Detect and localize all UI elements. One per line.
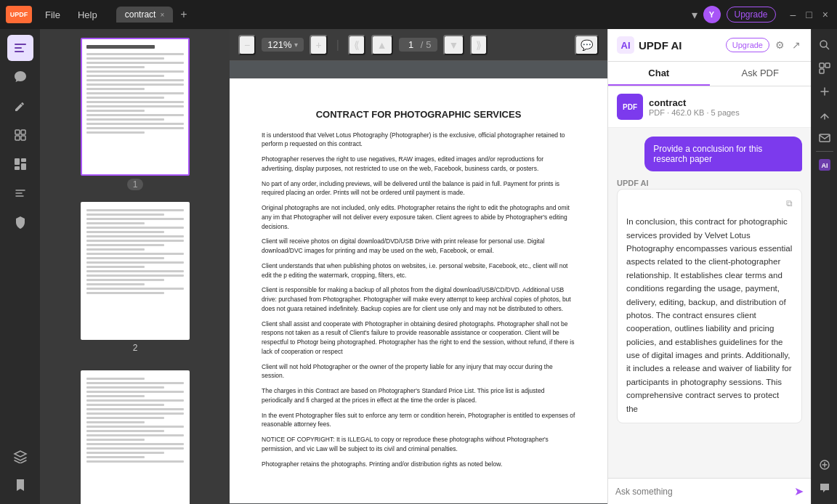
sr-comment-panel-icon[interactable] — [814, 478, 835, 498]
sidebar-edit-icon[interactable] — [7, 35, 33, 61]
ai-title-text: UPDF AI — [639, 39, 682, 52]
sidebar-comment-icon[interactable] — [7, 64, 33, 90]
sr-import-icon[interactable] — [814, 81, 835, 102]
sidebar-protect-icon[interactable] — [7, 209, 33, 235]
window-controls: – □ × — [788, 9, 831, 20]
page-total: 5 — [426, 39, 431, 50]
sidebar-bookmark-icon[interactable] — [7, 472, 33, 498]
sr-ocr-icon[interactable] — [814, 58, 835, 78]
tab-bar: contract × + — [116, 7, 686, 23]
thumb-num-1: 1 — [127, 179, 144, 190]
ai-input-field[interactable] — [615, 487, 790, 497]
sidebar-organize-icon[interactable] — [7, 151, 33, 177]
sidebar-form-icon[interactable] — [7, 122, 33, 148]
close-btn[interactable]: × — [820, 9, 831, 20]
thumbnail-panel: 1 — [41, 29, 230, 504]
maximize-btn[interactable]: □ — [803, 9, 814, 20]
svg-rect-2 — [15, 51, 24, 52]
thumbnail-2[interactable]: 2 — [41, 193, 230, 362]
svg-rect-4 — [21, 130, 25, 134]
ai-panel-title: AI UPDF AI — [617, 36, 682, 54]
page-nav: / 5 — [399, 38, 437, 52]
ai-upgrade-btn[interactable]: Upgrade — [726, 38, 769, 52]
svg-rect-0 — [15, 44, 26, 45]
svg-rect-17 — [820, 69, 824, 73]
thumb-label-2: 2 — [133, 343, 138, 353]
thumbnail-3[interactable]: 3 — [41, 362, 230, 504]
doc-para-8: Client will not hold Photographer or the… — [262, 362, 575, 381]
sr-export-icon[interactable] — [814, 105, 835, 125]
zoom-in-btn[interactable]: + — [310, 35, 327, 55]
doc-toolbar: − 121% ▾ + | ⟪ ▲ / 5 ▼ ⟫ 💬 — [230, 29, 607, 61]
tab-contract[interactable]: contract × — [116, 7, 174, 23]
sr-plugin-icon[interactable] — [814, 455, 835, 475]
doc-para-4: Client will receive photos on digital do… — [262, 237, 575, 256]
ai-panel-header: AI UPDF AI Upgrade ⚙ ↗ — [608, 29, 811, 62]
doc-page: CONTRACT FOR PHOTOGRAPHIC SERVICES It is… — [230, 78, 607, 503]
tab-close-btn[interactable]: × — [160, 11, 164, 19]
thumb-img-3 — [81, 370, 190, 504]
thumb-img-1 — [81, 38, 190, 176]
ai-response-label: UPDF AI — [617, 179, 802, 187]
ai-tabs: Chat Ask PDF — [608, 62, 811, 86]
doc-para-6: Client is responsible for making a backu… — [262, 285, 575, 313]
avatar[interactable]: Y — [703, 6, 721, 23]
ai-panel-actions: Upgrade ⚙ ↗ — [726, 38, 802, 52]
svg-rect-18 — [820, 134, 830, 142]
user-message-bubble: Provide a conclusion for this research p… — [644, 137, 802, 171]
titlebar-dropdown[interactable]: ▾ — [692, 8, 698, 22]
tab-label: contract — [125, 9, 156, 20]
ai-response-header: ⧉ — [626, 197, 793, 211]
thumb-img-2 — [81, 202, 190, 340]
svg-rect-9 — [15, 166, 20, 170]
sr-ai-icon[interactable]: AI — [814, 155, 835, 175]
doc-para-11: NOTICE OF COPYRIGHT: It is ILLEGAL to co… — [262, 435, 575, 454]
ai-doc-info: PDF contract PDF · 462.0 KB · 5 pages — [608, 86, 811, 128]
doc-content: CONTRACT FOR PHOTOGRAPHIC SERVICES It is… — [230, 61, 607, 504]
main-area: 1 — [0, 29, 837, 504]
ai-logo-icon: AI — [617, 36, 634, 54]
svg-rect-16 — [825, 63, 830, 68]
zoom-out-btn[interactable]: − — [238, 35, 256, 55]
doc-title: CONTRACT FOR PHOTOGRAPHIC SERVICES — [262, 107, 575, 122]
ai-doc-name: contract — [649, 97, 740, 108]
comment-btn[interactable]: 💬 — [575, 35, 599, 55]
titlebar: UPDF File Help contract × + ▾ Y Upgrade … — [0, 0, 837, 29]
svg-rect-8 — [21, 158, 26, 162]
svg-rect-6 — [21, 136, 25, 140]
minimize-btn[interactable]: – — [788, 9, 799, 20]
titlebar-right: ▾ Y Upgrade – □ × — [692, 6, 831, 23]
page-last-btn[interactable]: ⟫ — [470, 35, 488, 55]
page-first-btn[interactable]: ⟪ — [348, 35, 365, 55]
sidebar-layers-icon[interactable] — [7, 443, 33, 469]
ai-response-text: ⧉ In conclusion, this contract for photo… — [617, 189, 802, 423]
ai-settings-btn[interactable]: ⚙ — [774, 38, 786, 52]
ai-tab-askpdf[interactable]: Ask PDF — [710, 62, 812, 86]
sidebar-convert-icon[interactable] — [7, 180, 33, 206]
copy-btn[interactable]: ⧉ — [786, 197, 793, 211]
ai-doc-icon: PDF — [617, 94, 643, 120]
ai-response-content: In conclusion, this contract for photogr… — [626, 217, 792, 412]
upgrade-button[interactable]: Upgrade — [727, 7, 776, 23]
sr-search-icon[interactable] — [814, 35, 835, 55]
doc-para-1: Photographer reserves the right to use n… — [262, 155, 575, 174]
ai-tab-chat[interactable]: Chat — [608, 62, 710, 86]
zoom-value: 121% — [267, 39, 291, 50]
sr-email-icon[interactable] — [814, 128, 835, 148]
page-prev-btn[interactable]: ▲ — [371, 35, 393, 55]
doc-para-10: In the event Photographer files suit to … — [262, 411, 575, 430]
sidebar-annotate-icon[interactable] — [7, 93, 33, 119]
menu-file[interactable]: File — [38, 7, 68, 23]
zoom-control[interactable]: 121% ▾ — [262, 38, 304, 52]
ai-send-btn[interactable]: ➤ — [794, 484, 804, 498]
doc-para-3: Original photographs are not included, o… — [262, 203, 575, 231]
menu-help[interactable]: Help — [70, 7, 105, 23]
thumbnail-1[interactable]: 1 — [41, 29, 230, 193]
ai-chat-area: Provide a conclusion for this research p… — [608, 128, 811, 478]
tab-add-btn[interactable]: + — [176, 8, 191, 21]
doc-para-7: Client shall assist and cooperate with P… — [262, 320, 575, 357]
page-next-btn[interactable]: ▼ — [443, 35, 465, 55]
svg-rect-15 — [820, 63, 824, 68]
page-current-input[interactable] — [405, 39, 418, 50]
ai-share-btn[interactable]: ↗ — [790, 38, 802, 52]
